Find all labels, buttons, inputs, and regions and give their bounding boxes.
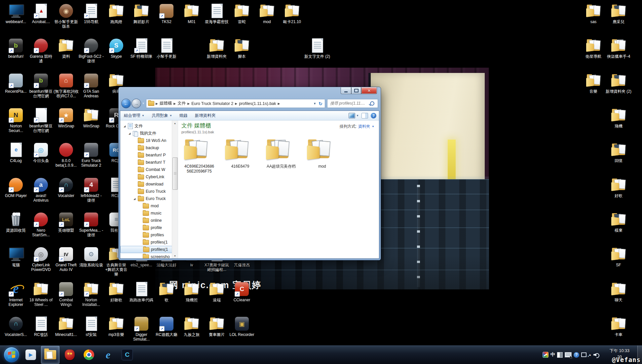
breadcrumb-separator-icon[interactable]: ▶ (278, 102, 280, 105)
desktop-icon[interactable]: 音樂 (581, 73, 606, 94)
desktop-icon[interactable]: 賽車圖片 (204, 316, 230, 337)
desktop-icon[interactable]: M01 (179, 3, 205, 24)
desktop-icon[interactable]: eInternet Explorer (3, 281, 29, 307)
tray-language-bar-restore-icon[interactable] (581, 352, 586, 357)
taskbar-garena-button[interactable] (61, 346, 79, 363)
desktop-icon[interactable]: ∩Vocalster (53, 177, 79, 198)
tree-item[interactable]: download (120, 181, 172, 188)
tray-ime-tool-icon[interactable] (543, 352, 548, 358)
tree-item[interactable]: profiles (120, 231, 172, 239)
desktop-icon[interactable]: CCCleaner (229, 281, 255, 302)
desktop-icon[interactable]: Minecraft1... (53, 316, 79, 337)
tree-item[interactable]: ◢文件 (120, 122, 172, 130)
desktop-icon[interactable]: 跑馬燈 (103, 3, 129, 24)
address-breadcrumb-bar[interactable]: ▶媒體櫃▶文件▶Euro Truck Simulator 2▶profiles(… (146, 99, 325, 108)
help-icon[interactable]: ? (371, 113, 376, 118)
desktop-icon[interactable]: ★WinSnap (53, 108, 79, 128)
start-button[interactable] (3, 346, 20, 363)
preview-pane-icon[interactable] (361, 113, 368, 118)
desktop-icon[interactable]: 腳本 (229, 38, 255, 59)
desktop-icon[interactable]: beanfun!樂豆台灣官網 (28, 108, 54, 133)
desktop-icon[interactable]: LoL英雄聯盟 (53, 212, 79, 233)
desktop-icon[interactable]: 新增資料夾 (204, 38, 230, 59)
desktop-icon[interactable]: 星海爭霸密技 (204, 3, 230, 24)
desktop-icon[interactable]: 回憶 (606, 142, 631, 163)
tree-item[interactable]: beanfun! T (120, 159, 172, 166)
back-button[interactable]: ← (121, 99, 131, 108)
tree-item[interactable]: online (120, 217, 172, 224)
desktop-icon[interactable]: eC4Log (3, 142, 29, 163)
file-item[interactable]: mod (304, 139, 341, 169)
minimize-button[interactable] (341, 87, 351, 94)
desktop-icon[interactable]: 小幫手更新 (154, 38, 179, 59)
desktop-icon[interactable]: 155导航 (78, 3, 104, 24)
desktop-icon[interactable]: Norton Installati... (78, 281, 104, 307)
desktop-icon[interactable]: TKS2 (154, 3, 179, 24)
taskbar-lol-client-button[interactable]: C (118, 346, 136, 363)
taskbar-chrome-button[interactable] (80, 346, 98, 363)
tray-ime-keyboard-icon[interactable] (565, 352, 572, 357)
breadcrumb-separator-icon[interactable]: ▶ (187, 102, 190, 105)
desktop-icon[interactable]: WinSnap (78, 108, 104, 128)
desktop-icon[interactable]: sf安裝 (78, 316, 104, 337)
arrange-by-control[interactable]: 排列方式: 資料夾 ▼ (340, 124, 374, 129)
desktop-icon[interactable]: NNorton Securi... (3, 108, 29, 133)
desktop-icon[interactable]: SuperMea... - 捷徑 (78, 212, 104, 237)
desktop-icon[interactable]: Euro Truck Simulator 2 (78, 142, 104, 168)
recent-pages-dropdown-icon[interactable]: ▼ (142, 102, 145, 105)
desktop-icon[interactable]: GTA San Andreas (78, 73, 104, 98)
desktop-icon[interactable]: ▲Acrobat.... (28, 3, 54, 24)
file-item[interactable]: 416E6479 (222, 139, 259, 169)
desktop-icon[interactable]: Garena 競時通 (28, 38, 54, 63)
tray-ime-help-icon[interactable]: ? (574, 352, 579, 358)
desktop-icon[interactable]: IVGrand Theft Auto IV (53, 247, 79, 272)
change-view-button[interactable]: ▼ (349, 113, 359, 118)
tree-item[interactable]: beanfun! P (120, 151, 172, 159)
tree-item[interactable]: CyberLink (120, 173, 172, 181)
desktop-icon[interactable]: bbeanfun! (3, 38, 29, 59)
expand-arrow-icon[interactable]: ◢ (124, 125, 126, 128)
refresh-icon[interactable]: ↻ (318, 101, 325, 106)
taskbar-media-player-button[interactable] (22, 346, 40, 363)
tree-item[interactable]: music (120, 210, 172, 217)
desktop-icon[interactable]: 電腦 (3, 247, 29, 267)
breadcrumb-separator-icon[interactable]: ▶ (156, 102, 158, 105)
close-button[interactable] (361, 87, 377, 94)
tree-item[interactable]: screensho (120, 253, 172, 258)
desktop-icon[interactable]: bbeanfun!樂豆台灣官網 (28, 73, 54, 98)
breadcrumb-segment[interactable]: 媒體櫃 (158, 101, 174, 106)
desktop-icon[interactable]: 應采兒 (606, 3, 631, 24)
scroll-up-icon[interactable]: ▲ (172, 120, 178, 126)
desktop-icon[interactable]: 飛機照 (179, 281, 205, 302)
scroll-down-icon[interactable]: ▼ (172, 253, 178, 258)
tree-item[interactable]: mod (120, 202, 172, 210)
toolbar-burn-button[interactable]: 燒錄 (176, 113, 191, 118)
address-dropdown-icon[interactable]: ▼ (312, 102, 318, 105)
toolbar-new-folder-button[interactable]: 新增資料夾 (191, 113, 219, 118)
tray-hidden-icons-icon[interactable]: ▲ (588, 351, 591, 358)
desktop-icon[interactable]: RC發話 (28, 316, 54, 337)
tree-item[interactable]: ◢我的文件 (120, 130, 172, 137)
nav-scrollbar[interactable]: ▲ ▼ (172, 120, 178, 258)
expand-arrow-icon[interactable]: ◢ (133, 197, 136, 200)
toolbar-organize-button[interactable]: 組合管理▼ (120, 113, 148, 118)
desktop-icon[interactable]: ⚙清除系統垃圾 (78, 247, 104, 267)
desktop-icon[interactable]: Combat Wings (53, 281, 79, 307)
tray-ime-language-icon[interactable]: 中 (550, 351, 555, 358)
desktop-icon[interactable]: sas (581, 3, 606, 24)
desktop-icon[interactable]: 衛星導航 (581, 38, 606, 59)
desktop-icon[interactable]: 8.0.0 beta(1.0.9... (53, 142, 79, 168)
search-input[interactable]: 搜尋 profiles(1.11.... (327, 99, 378, 108)
desktop-icon[interactable]: Digger Simulat... (129, 316, 154, 342)
desktop-icon[interactable]: webbeanf... (3, 3, 29, 24)
tree-item-selected[interactable]: profiles(1 (120, 246, 172, 253)
nav-scrollbar-thumb[interactable] (172, 157, 178, 190)
taskbar-ie-button[interactable]: e (99, 346, 117, 363)
tray-ime-shape-icon[interactable] (557, 352, 563, 358)
desktop-icon[interactable]: SF 特種部隊 (129, 38, 154, 59)
desktop-icon[interactable]: aavast! Antivirus (28, 177, 54, 203)
desktop-icon[interactable]: SF (606, 247, 631, 267)
tree-item[interactable]: profiles(1 (120, 239, 172, 246)
breadcrumb-separator-icon[interactable]: ▶ (235, 102, 237, 105)
desktop-icon[interactable]: 好聽歌 (103, 281, 129, 302)
